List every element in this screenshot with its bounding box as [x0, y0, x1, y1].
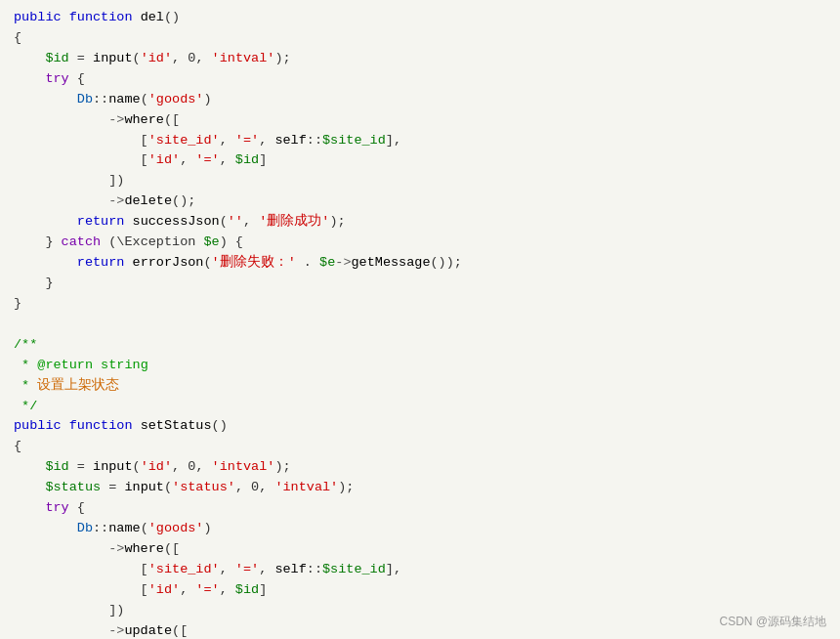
- code-line-9: ]): [14, 171, 830, 192]
- code-line-10: ->delete();: [14, 192, 830, 212]
- code-line-4: try {: [14, 69, 830, 90]
- code-line-3: $id = input('id', 0, 'intval');: [14, 49, 830, 69]
- code-container: public function del() { $id = input('id'…: [0, 0, 840, 639]
- code-line-21: public function setStatus(): [14, 416, 830, 437]
- code-line-1: public function del(): [14, 8, 830, 28]
- code-line-6: ->where([: [14, 110, 830, 131]
- code-line-16: [14, 315, 830, 335]
- code-line-26: Db::name('goods'): [14, 519, 830, 539]
- code-line-18: * @return string: [14, 356, 830, 376]
- watermark-text: CSDN @源码集结地: [719, 613, 826, 631]
- code-line-30: ]): [14, 601, 830, 621]
- code-line-23: $id = input('id', 0, 'intval');: [14, 457, 830, 478]
- code-line-5: Db::name('goods'): [14, 90, 830, 110]
- code-line-11: return successJson('', '删除成功');: [14, 212, 830, 233]
- code-line-27: ->where([: [14, 539, 830, 560]
- code-line-8: ['id', '=', $id]: [14, 150, 830, 171]
- code-line-28: ['site_id', '=', self::$site_id],: [14, 560, 830, 580]
- code-line-22: {: [14, 437, 830, 457]
- code-line-29: ['id', '=', $id]: [14, 580, 830, 601]
- code-line-17: /**: [14, 335, 830, 356]
- code-line-14: }: [14, 274, 830, 294]
- code-line-13: return errorJson('删除失败：' . $e->getMessag…: [14, 253, 830, 274]
- code-line-20: */: [14, 397, 830, 417]
- code-line-7: ['site_id', '=', self::$site_id],: [14, 131, 830, 151]
- code-line-15: }: [14, 294, 830, 315]
- code-line-19: * 设置上架状态: [14, 376, 830, 397]
- code-line-31: ->update([: [14, 621, 830, 639]
- code-line-12: } catch (\Exception $e) {: [14, 233, 830, 253]
- code-line-24: $status = input('status', 0, 'intval');: [14, 478, 830, 498]
- code-line-25: try {: [14, 498, 830, 519]
- code-line-2: {: [14, 28, 830, 49]
- code-block: public function del() { $id = input('id'…: [0, 8, 840, 639]
